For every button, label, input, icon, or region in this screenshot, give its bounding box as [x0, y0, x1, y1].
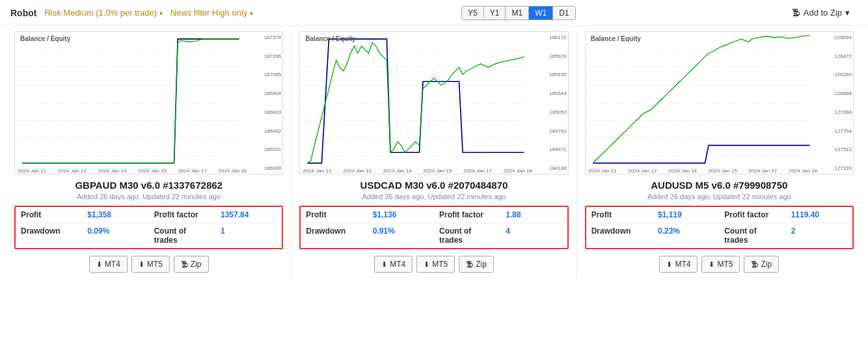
x-axis-usdcad: 2024 Jan 11 2024 Jan 12 2024 Jan 14 2024…	[303, 168, 532, 174]
chart-svg-audusd	[586, 32, 853, 174]
mt5-button-audusd[interactable]: ⬇ MT5	[701, 256, 740, 273]
zip-label-gbpaud: Zip	[191, 260, 202, 269]
zip-button-audusd[interactable]: 🗜 Zip	[744, 256, 779, 273]
dd-value-gbpaud: 0.09%	[82, 223, 148, 248]
pf-value-gbpaud: 1357.84	[215, 207, 282, 223]
profit-value-audusd: $1,119	[653, 207, 719, 223]
add-to-zip-label: Add to Zip	[804, 8, 842, 18]
card-subtitle-usdcad: Added 26 days ago, Updated 22 minutes ag…	[362, 193, 506, 200]
period-btn-m1[interactable]: M1	[506, 7, 529, 20]
zip-icon-audusd: 🗜	[751, 260, 758, 268]
mt4-button-gbpaud[interactable]: ⬇ MT4	[89, 256, 128, 273]
stats-table-gbpaud: Profit $1,358 Profit factor 1357.84 Draw…	[14, 206, 283, 249]
mt4-label-gbpaud: MT4	[105, 260, 120, 269]
pf-value-audusd: 1119.40	[786, 207, 852, 223]
zip-label-usdcad: Zip	[476, 260, 487, 269]
card-gbpaud: Balance / Equity 187374 187206 187005 1	[7, 31, 292, 279]
stats-row-1-audusd: Profit $1,119 Profit factor 1119.40	[586, 207, 852, 223]
stats-row-2-audusd: Drawdown 0.23% Count of trades 2	[586, 223, 852, 248]
stats-table-audusd: Profit $1,119 Profit factor 1119.40 Draw…	[585, 206, 854, 249]
card-title-audusd: AUDUSD M5 v6.0 #799908750	[651, 180, 787, 191]
ct-value-gbpaud: 1	[215, 223, 282, 248]
top-bar: Robot Risk Medium (1.0% per trade) ▾ New…	[0, 0, 868, 26]
card-usdcad: Balance / Equity 188171 185928 185635 18…	[292, 31, 576, 279]
x-axis-gbpaud: 2024 Jan 11 2024 Jan 12 2024 Jan 14 2024…	[18, 168, 247, 174]
robot-label: Robot	[10, 8, 36, 18]
chart-gbpaud: Balance / Equity 187374 187206 187005 1	[14, 31, 283, 174]
chart-label-gbpaud: Balance / Equity	[20, 35, 70, 42]
x-axis-audusd: 2024 Jan 11 2024 Jan 12 2024 Jan 14 2024…	[588, 168, 817, 174]
mt4-button-usdcad[interactable]: ⬇ MT4	[374, 256, 413, 273]
add-to-zip-arrow-icon: ▾	[845, 8, 850, 18]
chart-usdcad: Balance / Equity 188171 185928 185635 18…	[299, 31, 568, 174]
stats-row-2-gbpaud: Drawdown 0.09% Count of trades 1	[16, 223, 282, 248]
period-btn-y5[interactable]: Y5	[462, 7, 484, 20]
download-icon-mt4-audusd: ⬇	[666, 260, 672, 269]
dd-value-audusd: 0.23%	[653, 223, 719, 248]
download-buttons-usdcad: ⬇ MT4 ⬇ MT5 🗜 Zip	[374, 256, 494, 273]
ct-label-gbpaud: Count of trades	[149, 223, 215, 248]
profit-label-gbpaud: Profit	[16, 207, 82, 223]
risk-dropdown[interactable]: Risk Medium (1.0% per trade) ▾	[44, 8, 162, 18]
pf-value-usdcad: 1.88	[500, 207, 567, 223]
zip-button-gbpaud[interactable]: 🗜 Zip	[174, 256, 209, 273]
mt4-label-audusd: MT4	[675, 260, 690, 269]
dd-value-usdcad: 0.91%	[368, 223, 434, 248]
profit-value-gbpaud: $1,358	[82, 207, 148, 223]
zip-button-usdcad[interactable]: 🗜 Zip	[459, 256, 494, 273]
pf-label-usdcad: Profit factor	[434, 207, 500, 223]
stats-row-1-usdcad: Profit $1,136 Profit factor 1.88	[301, 207, 567, 223]
pf-label-gbpaud: Profit factor	[149, 207, 215, 223]
mt5-button-usdcad[interactable]: ⬇ MT5	[416, 256, 455, 273]
zip-icon-usdcad: 🗜	[466, 260, 473, 268]
profit-label-audusd: Profit	[586, 207, 653, 223]
dd-label-audusd: Drawdown	[586, 223, 653, 248]
chart-audusd: Balance / Equity 128634 128472 128280 12…	[585, 31, 854, 174]
download-icon-mt4-gbpaud: ⬇	[96, 260, 102, 269]
profit-value-usdcad: $1,136	[368, 207, 434, 223]
period-buttons: Y5 Y1 M1 W1 D1	[461, 6, 575, 20]
zip-icon: 🗜	[792, 8, 800, 18]
risk-arrow-icon: ▾	[159, 10, 163, 17]
card-title-gbpaud: GBPAUD M30 v6.0 #1337672862	[75, 180, 223, 191]
chart-svg-gbpaud	[15, 32, 282, 174]
pf-label-audusd: Profit factor	[719, 207, 785, 223]
mt5-label-usdcad: MT5	[432, 260, 448, 269]
download-icon-mt5-usdcad: ⬇	[424, 260, 429, 269]
download-icon-mt4-usdcad: ⬇	[381, 260, 387, 269]
dd-label-gbpaud: Drawdown	[16, 223, 82, 248]
mt5-button-gbpaud[interactable]: ⬇ MT5	[131, 256, 170, 273]
ct-label-audusd: Count of trades	[719, 223, 785, 248]
mt5-label-audusd: MT5	[717, 260, 733, 269]
download-buttons-audusd: ⬇ MT4 ⬇ MT5 🗜 Zip	[659, 256, 779, 273]
chart-svg-usdcad	[300, 32, 567, 174]
period-btn-d1[interactable]: D1	[553, 7, 575, 20]
y-axis-usdcad: 188171 185928 185635 185344 185053 18476…	[533, 32, 567, 174]
card-subtitle-gbpaud: Added 26 days ago, Updated 22 minutes ag…	[77, 193, 221, 200]
card-title-usdcad: USDCAD M30 v6.0 #2070484870	[360, 180, 508, 191]
dd-label-usdcad: Drawdown	[301, 223, 367, 248]
ct-label-usdcad: Count of trades	[434, 223, 500, 248]
stats-table-usdcad: Profit $1,136 Profit factor 1.88 Drawdow…	[299, 206, 568, 249]
profit-label-usdcad: Profit	[301, 207, 367, 223]
period-btn-w1[interactable]: W1	[529, 7, 553, 20]
add-to-zip-button[interactable]: 🗜 Add to Zip ▾	[784, 5, 858, 20]
stats-row-1-gbpaud: Profit $1,358 Profit factor 1357.84	[16, 207, 282, 223]
download-icon-mt5-audusd: ⬇	[709, 260, 714, 269]
news-arrow-icon: ▾	[250, 10, 253, 17]
mt4-button-audusd[interactable]: ⬇ MT4	[659, 256, 698, 273]
mt4-label-usdcad: MT4	[390, 260, 405, 269]
period-btn-y1[interactable]: Y1	[484, 7, 506, 20]
y-axis-audusd: 128634 128472 128280 128088 127896 12770…	[818, 32, 852, 174]
download-icon-mt5-gbpaud: ⬇	[139, 260, 144, 269]
news-dropdown[interactable]: News filter High only ▾	[170, 8, 253, 18]
mt5-label-gbpaud: MT5	[147, 260, 163, 269]
risk-label: Risk Medium (1.0% per trade)	[44, 8, 157, 18]
news-label: News filter High only	[170, 8, 248, 18]
stats-row-2-usdcad: Drawdown 0.91% Count of trades 4	[301, 223, 567, 248]
chart-label-usdcad: Balance / Equity	[305, 35, 355, 42]
download-buttons-gbpaud: ⬇ MT4 ⬇ MT5 🗜 Zip	[89, 256, 209, 273]
card-subtitle-audusd: Added 26 days ago, Updated 22 minutes ag…	[647, 193, 791, 200]
card-audusd: Balance / Equity 128634 128472 128280 12…	[577, 31, 861, 279]
chart-label-audusd: Balance / Equity	[591, 35, 641, 42]
